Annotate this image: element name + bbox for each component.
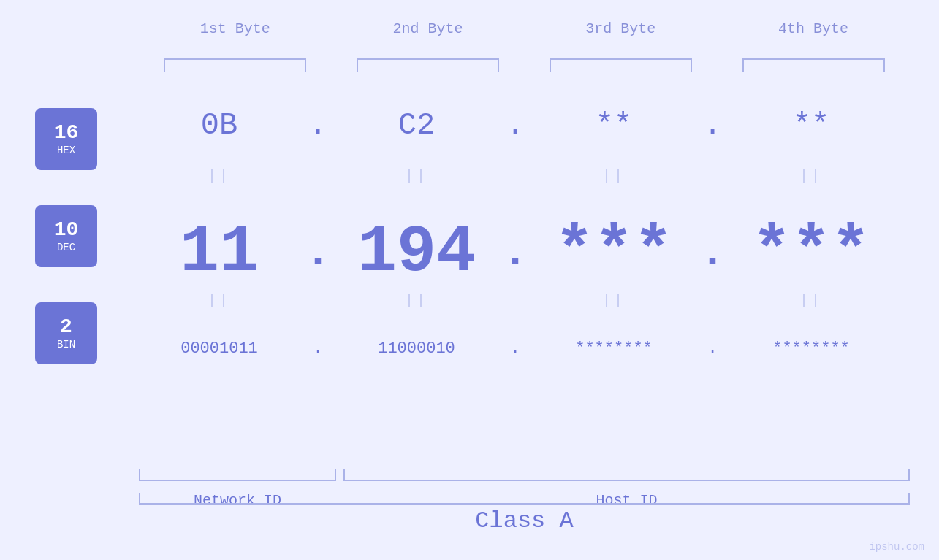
- eq1-col1: ||: [139, 168, 300, 185]
- eq2-col2: ||: [336, 292, 497, 309]
- bin-dot3: .: [694, 340, 731, 358]
- bin-row: 00001011 . 11000010 . ******** . *******…: [139, 340, 910, 358]
- dec-dot2: .: [497, 228, 533, 277]
- eq2-col1: ||: [139, 292, 300, 309]
- bin-col1: 00001011: [139, 340, 300, 358]
- bin-col2: 11000010: [336, 340, 497, 358]
- hex-badge-label: HEX: [57, 145, 75, 156]
- main-container: 16 HEX 10 DEC 2 BIN 1st Byte 2nd Byte 3r…: [0, 0, 939, 560]
- dec-badge: 10 DEC: [35, 205, 97, 267]
- host-id-bracket: [343, 469, 910, 481]
- watermark: ipshu.com: [869, 541, 924, 553]
- hex-col2: C2: [336, 108, 497, 143]
- byte-header-3: 3rd Byte: [540, 20, 701, 37]
- top-brackets: [139, 58, 910, 72]
- hex-col1: 0B: [139, 108, 300, 143]
- hex-badge: 16 HEX: [35, 108, 97, 170]
- byte-headers: 1st Byte 2nd Byte 3rd Byte 4th Byte: [139, 20, 910, 37]
- bracket-1: [164, 58, 306, 72]
- byte-header-2: 2nd Byte: [348, 20, 509, 37]
- grid-area: 0B . C2 . ** . ** || || || || 11 . 194 .…: [139, 73, 910, 487]
- bin-badge-label: BIN: [57, 339, 75, 350]
- dec-row: 11 . 194 . *** . ***: [139, 215, 910, 290]
- dec-dot1: .: [300, 228, 336, 277]
- segment-brackets: [139, 469, 910, 481]
- bracket-2: [357, 58, 499, 72]
- dec-badge-label: DEC: [57, 242, 75, 253]
- bin-badge: 2 BIN: [35, 302, 97, 364]
- equals-row-1: || || || ||: [139, 168, 910, 185]
- eq1-col2: ||: [336, 168, 497, 185]
- hex-dot1: .: [300, 108, 336, 143]
- dec-col2: 194: [336, 215, 497, 290]
- hex-dot2: .: [497, 108, 533, 143]
- network-id-bracket: [139, 469, 336, 481]
- bin-badge-number: 2: [60, 316, 72, 339]
- hex-row: 0B . C2 . ** . **: [139, 108, 910, 143]
- hex-col3: **: [533, 108, 694, 143]
- eq1-col3: ||: [533, 168, 694, 185]
- class-label: Class A: [139, 507, 910, 534]
- class-bracket: [139, 493, 910, 505]
- dec-col3: ***: [533, 215, 694, 290]
- dec-col1: 11: [139, 215, 300, 290]
- hex-badge-number: 16: [54, 122, 79, 145]
- hex-col4: **: [731, 108, 892, 143]
- hex-dot3: .: [694, 108, 731, 143]
- bracket-3: [550, 58, 692, 72]
- bin-dot1: .: [300, 340, 336, 358]
- byte-header-1: 1st Byte: [155, 20, 316, 37]
- eq2-col4: ||: [731, 292, 892, 309]
- bin-col3: ********: [533, 340, 694, 358]
- dec-dot3: .: [694, 228, 731, 277]
- eq2-col3: ||: [533, 292, 694, 309]
- bin-dot2: .: [497, 340, 533, 358]
- byte-header-4: 4th Byte: [733, 20, 894, 37]
- badge-column: 16 HEX 10 DEC 2 BIN: [35, 108, 97, 364]
- bracket-4: [742, 58, 885, 72]
- eq1-col4: ||: [731, 168, 892, 185]
- equals-row-2: || || || ||: [139, 292, 910, 309]
- class-bracket-wrap: Class A: [139, 493, 910, 534]
- bin-col4: ********: [731, 340, 892, 358]
- dec-badge-number: 10: [54, 219, 79, 242]
- dec-col4: ***: [731, 215, 892, 290]
